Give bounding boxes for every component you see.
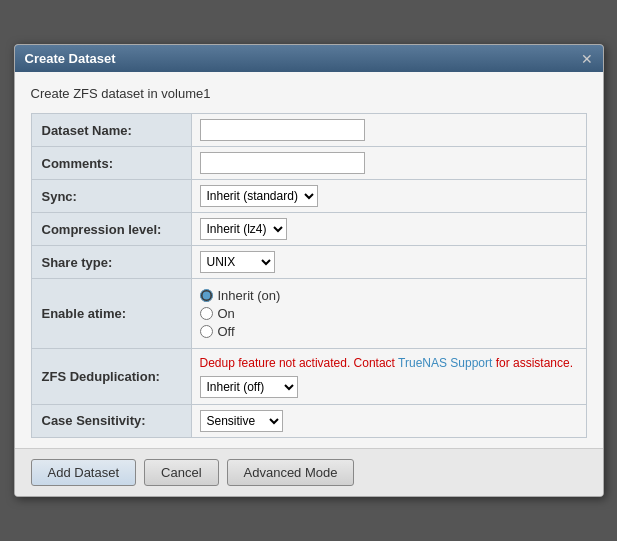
share-type-label: Share type: xyxy=(31,246,191,279)
dialog-titlebar: Create Dataset ✕ xyxy=(15,45,603,72)
dedup-message: Dedup feature not activated. Contact Tru… xyxy=(200,355,582,372)
dedup-message-part1: Dedup feature not activated. Contact xyxy=(200,356,399,370)
compression-label: Compression level: xyxy=(31,213,191,246)
comments-label: Comments: xyxy=(31,147,191,180)
dataset-name-input[interactable] xyxy=(200,119,365,141)
dialog-title: Create Dataset xyxy=(25,51,116,66)
atime-inherit-label: Inherit (on) xyxy=(218,288,281,303)
atime-label: Enable atime: xyxy=(31,279,191,349)
comments-row: Comments: xyxy=(31,147,586,180)
share-type-select[interactable]: UNIX Windows Mac xyxy=(200,251,275,273)
comments-input[interactable] xyxy=(200,152,365,174)
atime-off-option[interactable]: Off xyxy=(200,324,582,339)
dedup-select[interactable]: Inherit (off) on off verify sha256,verif… xyxy=(200,376,298,398)
dedup-label: ZFS Deduplication: xyxy=(31,349,191,405)
create-dataset-dialog: Create Dataset ✕ Create ZFS dataset in v… xyxy=(14,44,604,497)
sync-select[interactable]: Inherit (standard) Standard Always Disab… xyxy=(200,185,318,207)
advanced-mode-button[interactable]: Advanced Mode xyxy=(227,459,355,486)
case-sensitivity-select[interactable]: Sensitive Insensitive Mixed xyxy=(200,410,283,432)
sync-row: Sync: Inherit (standard) Standard Always… xyxy=(31,180,586,213)
truenas-support-link[interactable]: TrueNAS Support xyxy=(398,356,492,370)
dataset-name-row: Dataset Name: xyxy=(31,114,586,147)
form-table: Dataset Name: Comments: Sync: Inheri xyxy=(31,113,587,438)
dedup-message-part2: for assistance. xyxy=(492,356,573,370)
atime-on-label: On xyxy=(218,306,235,321)
atime-off-label: Off xyxy=(218,324,235,339)
dialog-subtitle: Create ZFS dataset in volume1 xyxy=(31,86,587,101)
dialog-body: Create ZFS dataset in volume1 Dataset Na… xyxy=(15,72,603,448)
atime-row: Enable atime: Inherit (on) On xyxy=(31,279,586,349)
atime-on-radio[interactable] xyxy=(200,307,213,320)
add-dataset-button[interactable]: Add Dataset xyxy=(31,459,137,486)
compression-select[interactable]: Inherit (lz4) off lz4 gzip gzip-1 gzip-9… xyxy=(200,218,287,240)
atime-radio-group: Inherit (on) On Off xyxy=(200,284,582,343)
compression-row: Compression level: Inherit (lz4) off lz4… xyxy=(31,213,586,246)
dialog-close-button[interactable]: ✕ xyxy=(581,52,593,66)
case-sensitivity-row: Case Sensitivity: Sensitive Insensitive … xyxy=(31,404,586,437)
sync-label: Sync: xyxy=(31,180,191,213)
dedup-row: ZFS Deduplication: Dedup feature not act… xyxy=(31,349,586,405)
atime-off-radio[interactable] xyxy=(200,325,213,338)
atime-on-option[interactable]: On xyxy=(200,306,582,321)
atime-inherit-radio[interactable] xyxy=(200,289,213,302)
dialog-footer: Add Dataset Cancel Advanced Mode xyxy=(15,448,603,496)
atime-inherit-option[interactable]: Inherit (on) xyxy=(200,288,582,303)
case-sensitivity-label: Case Sensitivity: xyxy=(31,404,191,437)
cancel-button[interactable]: Cancel xyxy=(144,459,218,486)
dataset-name-label: Dataset Name: xyxy=(31,114,191,147)
share-type-row: Share type: UNIX Windows Mac xyxy=(31,246,586,279)
